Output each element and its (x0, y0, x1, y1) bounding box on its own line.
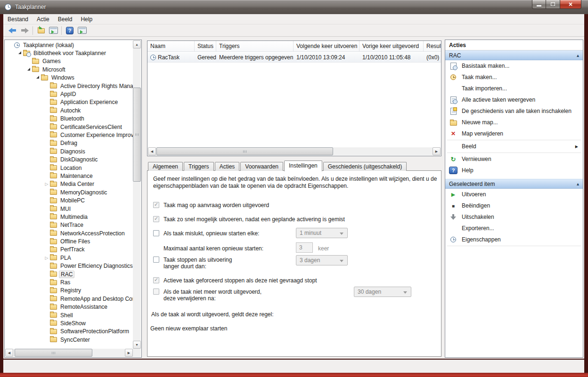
action-item[interactable]: ?Help (445, 165, 583, 176)
tree-item[interactable]: Customer Experience Improvem (5, 131, 133, 139)
scrollbar-thumb[interactable] (15, 349, 92, 357)
menu-item-bestand[interactable]: Bestand (3, 14, 33, 24)
tree-item[interactable]: Bibliotheek voor Taakplanner (5, 49, 133, 57)
list-horizontal-scrollbar[interactable]: ◀ ▶ (148, 147, 441, 155)
tree-item[interactable]: Power Efficiency Diagnostics (5, 262, 133, 270)
tree-item[interactable]: ▷PLA (5, 254, 133, 262)
action-item[interactable]: Alle actieve taken weergeven (445, 94, 583, 105)
scroll-right-icon[interactable]: ▶ (433, 147, 441, 155)
collapsed-expander-icon[interactable]: ▷ (44, 182, 49, 186)
tree-item[interactable]: Ras (5, 278, 133, 286)
tree-item[interactable]: Autochk (5, 106, 133, 114)
tree-item[interactable]: DiskDiagnostic (5, 155, 133, 163)
tree-item[interactable]: Shell (5, 311, 133, 319)
tree-item[interactable]: CertificateServicesClient (5, 123, 133, 131)
tree-item[interactable]: MUI (5, 205, 133, 213)
tree-item[interactable]: Offline Files (5, 237, 133, 245)
column-header-status[interactable]: Status (195, 41, 216, 51)
tree-item[interactable]: Location (5, 164, 133, 172)
tab-geschiedenis[interactable]: Geschiedenis (uitgeschakeld) (323, 162, 407, 171)
tree-item[interactable]: RAC (5, 270, 133, 278)
tab-algemeen[interactable]: Algemeen (148, 162, 183, 171)
title-bar[interactable]: Taakplanner × (0, 0, 588, 14)
scroll-right-icon[interactable]: ▶ (125, 349, 133, 357)
checkbox-stop-if-longer[interactable] (153, 257, 159, 263)
tree-item[interactable]: NetworkAccessProtection (5, 229, 133, 237)
tree-item[interactable]: MobilePC (5, 196, 133, 204)
menu-item-actie[interactable]: Actie (33, 14, 54, 24)
tree-item[interactable]: Taakplanner (lokaal) (5, 41, 133, 49)
tree-item[interactable]: AppID (5, 90, 133, 98)
action-item[interactable]: ■Beëindigen (445, 200, 583, 211)
tree-item[interactable]: RemoteAssistance (5, 303, 133, 311)
tab-triggers[interactable]: Triggers (184, 162, 214, 171)
action-item[interactable]: De geschiedenis van alle taken inschakel… (445, 105, 583, 117)
tree-item[interactable]: Windows (5, 74, 133, 82)
tree-item[interactable]: SoftwareProtectionPlatform (5, 328, 133, 336)
checkbox-restart-on-fail[interactable] (153, 230, 159, 236)
tree-item[interactable]: Bluetooth (5, 115, 133, 123)
action-group-header-geselecteerd-item[interactable]: Geselecteerd item▴ (445, 179, 583, 189)
tree-item[interactable]: Diagnosis (5, 147, 133, 155)
export-list-button[interactable] (35, 25, 47, 36)
tree-item[interactable]: Active Directory Rights Manager (5, 82, 133, 90)
action-item[interactable]: ✕Map verwijderen (445, 128, 583, 139)
tab-acties[interactable]: Acties (215, 162, 240, 171)
scrollbar-thumb[interactable] (156, 147, 333, 155)
scroll-down-icon[interactable]: ▼ (133, 341, 141, 349)
column-header-vorige-keer-uitgevoerd[interactable]: Vorige keer uitgevoerd (359, 41, 424, 51)
task-row[interactable]: RacTaskGereedMeerdere triggers opgegeven… (147, 52, 441, 63)
collapsed-expander-icon[interactable]: ▷ (44, 256, 49, 260)
close-button[interactable]: × (560, 0, 581, 9)
tree-item[interactable]: PerfTrack (5, 246, 133, 254)
tree-item[interactable]: RemoteApp and Desktop Conne (5, 295, 133, 303)
tree-item[interactable]: ▷Media Center (5, 180, 133, 188)
action-item[interactable]: Taak importeren... (445, 83, 583, 94)
tab-voorwaarden[interactable]: Voorwaarden (240, 162, 283, 171)
tab-instellingen[interactable]: Instellingen (284, 160, 322, 171)
tree-item[interactable]: Multimedia (5, 213, 133, 221)
action-item[interactable]: ↻Vernieuwen (445, 153, 583, 165)
action-pane-button[interactable] (76, 25, 88, 36)
column-header-result[interactable]: Result (424, 41, 441, 51)
tree-item[interactable]: Registry (5, 287, 133, 295)
expanded-expander-icon[interactable] (26, 68, 32, 72)
expanded-expander-icon[interactable] (35, 76, 41, 80)
action-group-header-rac[interactable]: RAC▴ (445, 50, 583, 60)
tree-item[interactable]: Maintenance (5, 172, 133, 180)
column-header-volgende-keer-uitvoeren[interactable]: Volgende keer uitvoeren (294, 41, 359, 51)
scrollbar-thumb[interactable] (133, 88, 141, 182)
tree-item[interactable]: SideShow (5, 319, 133, 327)
tree-item[interactable]: SyncCenter (5, 336, 133, 344)
back-button[interactable] (6, 25, 18, 36)
tree-item[interactable]: Games (5, 57, 133, 65)
action-item[interactable]: Basistaak maken... (445, 60, 583, 72)
minimize-button[interactable] (532, 0, 546, 9)
column-header-triggers[interactable]: Triggers (216, 41, 294, 51)
scroll-left-icon[interactable]: ◀ (5, 349, 13, 357)
tree-item[interactable]: Microsoft (5, 65, 133, 73)
column-header-naam[interactable]: Naam (147, 41, 195, 51)
action-item[interactable]: Eigenschappen (445, 234, 583, 245)
tree-item[interactable]: MemoryDiagnostic (5, 188, 133, 196)
help-button[interactable]: ? (64, 25, 76, 36)
scroll-up-icon[interactable]: ▲ (133, 40, 141, 48)
action-item[interactable]: Beeld▶ (445, 141, 583, 152)
scroll-left-icon[interactable]: ◀ (148, 147, 156, 155)
action-item[interactable]: Taak maken... (445, 72, 583, 83)
collapse-up-icon[interactable]: ▴ (577, 181, 579, 186)
expanded-expander-icon[interactable] (17, 51, 23, 55)
action-item[interactable]: ▶Uitvoeren (445, 189, 583, 200)
tree-vertical-scrollbar[interactable]: ▲ ▼ (133, 40, 141, 349)
tree-item[interactable]: Application Experience (5, 98, 133, 106)
console-tree-button[interactable] (47, 25, 59, 36)
tree-horizontal-scrollbar[interactable]: ◀ ▶ (5, 349, 133, 357)
collapse-up-icon[interactable]: ▴ (577, 53, 579, 58)
action-item[interactable]: Uitschakelen (445, 211, 583, 223)
restore-button[interactable] (546, 0, 560, 9)
tree-item[interactable]: NetTrace (5, 221, 133, 229)
action-item[interactable]: Exporteren... (445, 223, 583, 234)
action-item[interactable]: Nieuwe map... (445, 117, 583, 128)
menu-item-beeld[interactable]: Beeld (54, 14, 77, 24)
tree-item[interactable]: Defrag (5, 139, 133, 147)
